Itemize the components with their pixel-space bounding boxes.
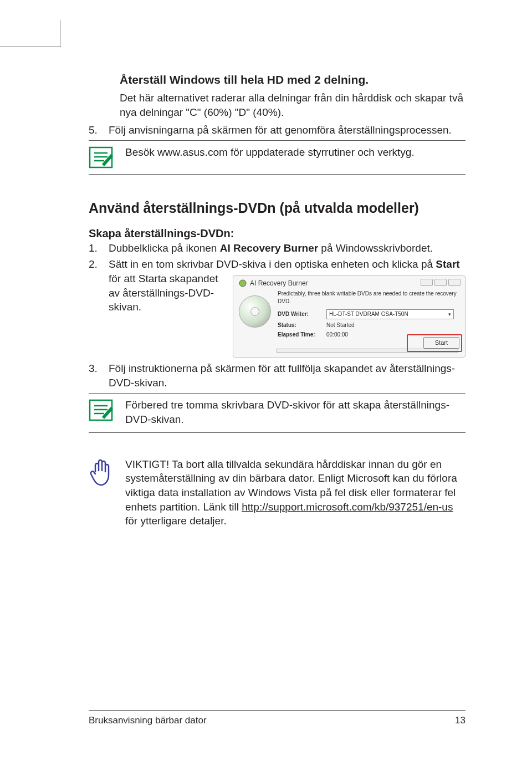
window-buttons [421,279,461,286]
section2-subheading: Skapa återställnings-DVDn: [89,227,466,240]
start-button[interactable]: Start [423,337,459,349]
step-text: Följ anvisningarna på skärmen för att ge… [109,123,452,137]
elapsed-value: 00:00:00 [326,331,348,339]
status-value: Not Started [326,321,355,329]
step-text: Följ instruktionerna på skärmen för att … [109,361,466,390]
note-icon [89,146,113,169]
important-callout: VIKTIGT! Ta bort alla tillvalda sekundär… [89,453,466,534]
writer-value: HL-DT-ST DVDRAM GSA-T50N [329,310,408,318]
writer-label: DVD Writer: [278,310,326,318]
dvd-disc-icon [239,295,271,328]
note-text: Förbered tre tomma skrivbara DVD-skivor … [125,398,466,426]
step-text: Dubbelklicka på ikonen AI Recovery Burne… [109,241,433,256]
svg-point-4 [239,280,246,287]
step-5: 5. Följ anvisningarna på skärmen för att… [89,123,466,137]
section2-heading: Använd återställnings-DVDn (på utvalda m… [89,199,466,217]
step-2: 2. Sätt in en tom skrivbar DVD-skiva i d… [89,257,466,358]
maximize-icon[interactable] [434,279,447,286]
step-number: 2. [89,257,99,272]
section1-paragraph: Det här alternativet raderar alla delnin… [120,91,466,119]
step-1: 1. Dubbelklicka på ikonen AI Recovery Bu… [89,241,466,256]
page-content: Återställ Windows till hela HD med 2 del… [89,72,466,534]
footer-title: Bruksanvisning bärbar dator [89,715,207,726]
step-number: 1. [89,241,99,256]
step-text: Sätt in en tom skrivbar DVD-skiva i den … [109,257,466,358]
note-callout-2: Förbered tre tomma skrivbara DVD-skivor … [89,393,466,432]
hand-stop-icon [89,458,113,487]
step-number: 5. [89,123,99,137]
page-footer: Bruksanvisning bärbar dator 13 [89,710,466,726]
section1-heading: Återställ Windows till hela HD med 2 del… [120,72,466,88]
elapsed-label: Elapsed Time: [278,331,326,339]
window-title: AI Recovery Burner [250,279,308,288]
page-number: 13 [455,715,466,726]
important-text: VIKTIGT! Ta bort alla tillvalda sekundär… [125,457,466,528]
close-icon[interactable] [448,279,461,286]
progress-bar [277,349,458,353]
screenshot-description: Predictably, three blank writable DVDs a… [239,290,459,305]
crop-marks [0,42,66,53]
writer-dropdown[interactable]: HL-DT-ST DVDRAM GSA-T50N ▾ [326,309,454,319]
status-label: Status: [278,321,326,329]
note-text: Besök www.asus.com för uppdaterade styrr… [125,145,466,160]
chevron-down-icon: ▾ [448,311,451,318]
step-3: 3. Följ instruktionerna på skärmen för a… [89,361,466,390]
screenshot-ai-recovery-burner: AI Recovery Burner Predictably, three bl… [233,275,466,358]
note-callout-1: Besök www.asus.com för uppdaterade styrr… [89,140,466,175]
minimize-icon[interactable] [421,279,433,286]
note-icon [89,399,113,421]
step-number: 3. [89,361,99,390]
support-link[interactable]: http://support.microsoft.com/kb/937251/e… [242,501,453,513]
app-icon [239,279,247,287]
